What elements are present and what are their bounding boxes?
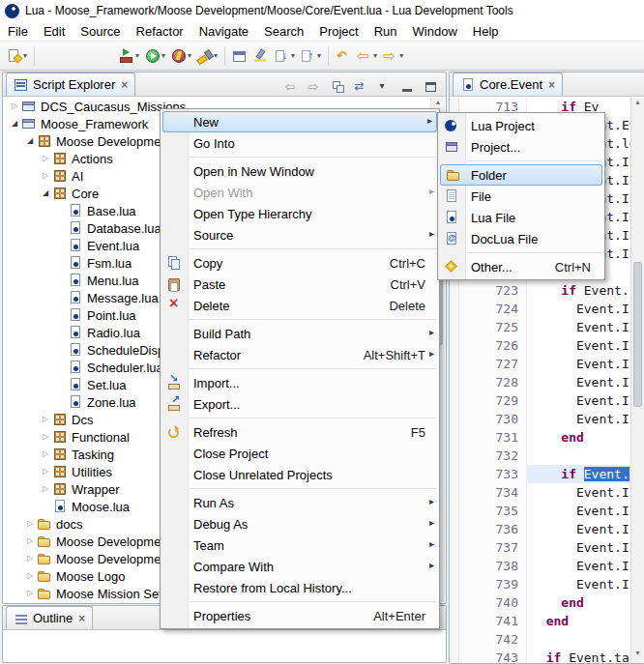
code-line-726[interactable]: 726 Event.I	[459, 336, 630, 355]
code-line-736[interactable]: 736 Event.I	[459, 520, 630, 538]
link-with-editor-button[interactable]	[352, 77, 370, 96]
view-menu-button[interactable]	[375, 77, 394, 96]
submenu-item-file[interactable]: File	[438, 186, 604, 207]
menu-run[interactable]: Run	[366, 22, 405, 41]
expand-arrow-icon[interactable]: ▷	[39, 480, 52, 498]
menu-refactor[interactable]: Refactor	[129, 22, 191, 41]
open-console-button[interactable]	[229, 44, 250, 68]
code-line-734[interactable]: 734 Event.I	[459, 483, 630, 502]
expand-arrow-icon[interactable]: ▷	[39, 150, 52, 167]
expand-arrow-icon[interactable]: ▷	[23, 515, 37, 533]
forward-history-button[interactable]	[306, 77, 324, 96]
dropdown-arrow-icon[interactable]: ▾	[23, 51, 27, 60]
last-edit-location-button[interactable]	[333, 44, 354, 68]
submenu-item-other[interactable]: Other...Ctrl+N	[438, 256, 604, 277]
code-line-727[interactable]: 727 Event.I	[459, 355, 630, 373]
new-button[interactable]: ▾	[4, 44, 30, 68]
run-button[interactable]: ▾	[142, 44, 168, 68]
context-menu-item-open-with[interactable]: Open With▸	[161, 182, 439, 203]
submenu-item-folder[interactable]: Folder	[440, 164, 602, 186]
close-tab-icon[interactable]: ×	[121, 79, 128, 91]
code-line-730[interactable]: 730 Event.I	[459, 410, 630, 428]
expand-arrow-icon[interactable]: ▷	[23, 585, 37, 602]
code-line-733[interactable]: 733 if Event.	[459, 465, 630, 483]
dropdown-arrow-icon[interactable]: ▾	[399, 51, 403, 60]
scroll-down-icon[interactable]: ▼	[631, 650, 644, 662]
mark-occurrences-button[interactable]	[250, 44, 272, 68]
code-line-739[interactable]: 739 Event.I	[459, 575, 630, 593]
context-menu-item-export[interactable]: Export...	[161, 393, 439, 415]
dropdown-arrow-icon[interactable]: ▾	[161, 51, 165, 60]
expand-arrow-icon[interactable]: ▷	[39, 463, 52, 480]
code-line-723[interactable]: 723 if Event.	[459, 281, 630, 300]
expand-arrow-icon[interactable]: ▷	[23, 533, 37, 550]
next-annotation-button[interactable]: ▾	[272, 44, 298, 68]
code-line-724[interactable]: 724 Event.I	[459, 300, 630, 318]
context-menu-item-refresh[interactable]: RefreshF5	[161, 421, 439, 443]
code-line-731[interactable]: 731 end	[459, 428, 630, 447]
collapse-all-button[interactable]	[329, 77, 347, 96]
code-line-725[interactable]: 725 Event.I	[459, 318, 630, 336]
external-tools-button[interactable]: ▾	[116, 44, 142, 68]
dropdown-arrow-icon[interactable]: ▾	[373, 51, 377, 60]
context-menu-item-source[interactable]: Source▸	[161, 224, 439, 245]
search-button[interactable]: ▾	[194, 44, 220, 68]
close-tab-icon[interactable]: ×	[548, 79, 555, 91]
code-line-732[interactable]: 732	[459, 447, 630, 465]
code-line-735[interactable]: 735 Event.I	[459, 502, 630, 520]
script-explorer-tab[interactable]: Script Explorer ×	[6, 72, 135, 96]
editor-tab-core-event[interactable]: Core.Event ×	[453, 72, 563, 96]
context-menu-item-paste[interactable]: PasteCtrl+V	[161, 274, 439, 295]
expand-arrow-icon[interactable]: ▷	[39, 428, 52, 446]
submenu-item-doclua-file[interactable]: DocLua File	[438, 228, 604, 249]
code-line-728[interactable]: 728 Event.I	[459, 373, 630, 391]
collapse-arrow-icon[interactable]: ◢	[23, 132, 37, 150]
context-menu-item-copy[interactable]: CopyCtrl+C	[161, 252, 439, 274]
code-line-742[interactable]: 742	[459, 630, 630, 649]
forward-button[interactable]: ▾	[380, 44, 406, 68]
context-menu-item-debug-as[interactable]: Debug As▸	[161, 513, 439, 534]
code-line-740[interactable]: 740 end	[459, 593, 630, 612]
previous-annotation-button[interactable]: ▾	[298, 44, 324, 68]
code-line-743[interactable]: 743 if Event.ta	[459, 649, 630, 663]
code-line-738[interactable]: 738 Event.I	[459, 557, 630, 575]
editor-scrollbar[interactable]: ▲ ▼	[630, 98, 644, 663]
dropdown-arrow-icon[interactable]: ▾	[291, 51, 295, 60]
menu-search[interactable]: Search	[256, 22, 311, 41]
dropdown-arrow-icon[interactable]: ▾	[317, 51, 321, 60]
context-menu-item-go-into[interactable]: Go Into	[161, 132, 439, 154]
dropdown-arrow-icon[interactable]: ▾	[188, 51, 191, 60]
outline-tab[interactable]: Outline ×	[6, 606, 93, 629]
menu-project[interactable]: Project	[311, 22, 366, 41]
context-menu-item-open-in-new-window[interactable]: Open in New Window	[161, 160, 439, 182]
submenu-item-project[interactable]: Project...	[438, 136, 604, 158]
expand-arrow-icon[interactable]: ▷	[23, 550, 37, 567]
context-menu-item-refactor[interactable]: RefactorAlt+Shift+T▸	[161, 344, 439, 365]
expand-arrow-icon[interactable]: ▷	[39, 167, 52, 185]
menu-source[interactable]: Source	[73, 22, 128, 41]
expand-arrow-icon[interactable]: ▷	[23, 567, 37, 585]
code-line-729[interactable]: 729 Event.I	[459, 391, 630, 410]
minimize-button[interactable]	[398, 77, 417, 96]
menu-window[interactable]: Window	[405, 22, 465, 41]
context-menu-item-open-type-hierarchy[interactable]: Open Type Hierarchy	[161, 203, 439, 224]
profile-button[interactable]: ▾	[168, 44, 194, 68]
dropdown-arrow-icon[interactable]: ▾	[214, 51, 218, 60]
submenu-item-lua-project[interactable]: Lua Project	[438, 115, 604, 136]
context-menu-item-import[interactable]: Import...	[161, 372, 439, 393]
menu-help[interactable]: Help	[465, 22, 507, 41]
scroll-up-icon[interactable]: ▲	[631, 99, 644, 111]
context-menu-item-compare-with[interactable]: Compare With▸	[161, 556, 439, 577]
expand-arrow-icon[interactable]: ▷	[39, 446, 52, 463]
menu-edit[interactable]: Edit	[36, 22, 73, 41]
context-menu-item-run-as[interactable]: Run As▸	[161, 492, 439, 513]
back-button[interactable]: ▾	[354, 44, 380, 68]
context-menu-item-build-path[interactable]: Build Path▸	[161, 323, 439, 344]
context-menu-item-team[interactable]: Team▸	[161, 534, 439, 556]
menu-navigate[interactable]: Navigate	[191, 22, 256, 41]
expand-arrow-icon[interactable]: ▷	[39, 411, 52, 428]
context-menu-item-delete[interactable]: DeleteDelete	[161, 295, 439, 316]
code-line-741[interactable]: 741 end	[459, 612, 630, 630]
menu-file[interactable]: File	[0, 22, 36, 41]
context-menu-item-restore-from-local-history[interactable]: Restore from Local History...	[161, 577, 439, 598]
